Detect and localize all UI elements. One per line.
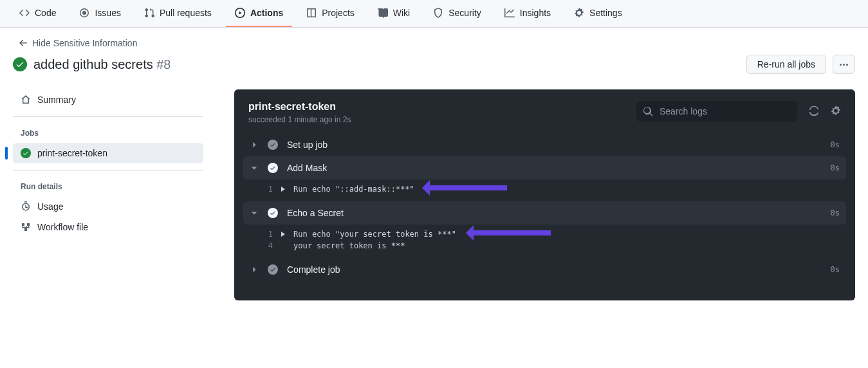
sidebar-job-print-secret-token[interactable]: print-secret-token (13, 143, 203, 163)
workflow-title-group: added github secrets #8 (13, 57, 171, 72)
nav-pulls[interactable]: Pull requests (135, 0, 221, 27)
insights-icon (504, 8, 515, 18)
kebab-icon (840, 64, 848, 66)
success-status-icon (13, 57, 27, 71)
step-set-up-job[interactable]: Set up job 0s (243, 133, 846, 156)
sidebar: Summary Jobs print-secret-token Run deta… (13, 89, 203, 300)
job-settings-button[interactable] (831, 106, 841, 118)
sidebar-summary-label: Summary (37, 95, 76, 105)
gear-icon (574, 8, 584, 18)
nav-wiki[interactable]: Wiki (369, 0, 419, 27)
page-title: added github secrets #8 (33, 57, 171, 72)
nav-code-label: Code (35, 8, 56, 18)
wiki-icon (378, 8, 388, 18)
step-duration: 0s (831, 265, 840, 274)
step-label: Echo a Secret (287, 208, 822, 218)
sidebar-summary[interactable]: Summary (13, 89, 203, 110)
log-line: 1 Run echo "::add-mask::***" (250, 183, 840, 195)
divider (13, 170, 203, 170)
more-options-button[interactable] (833, 55, 855, 74)
chevron-down-icon (250, 163, 259, 172)
security-icon (433, 8, 443, 18)
workflow-title: added github secrets (33, 57, 153, 71)
log-block-echo-a-secret: 1 Run echo "your secret token is ***" 4 … (243, 225, 846, 258)
workflow-run-number: #8 (156, 57, 171, 71)
chevron-right-icon (250, 265, 259, 274)
sidebar-usage-label: Usage (37, 201, 63, 212)
home-icon (21, 95, 31, 105)
chevron-right-icon (250, 140, 259, 149)
divider (13, 116, 203, 117)
step-duration: 0s (831, 140, 840, 149)
search-logs-input[interactable] (636, 101, 797, 122)
issues-icon (79, 8, 89, 18)
nav-code[interactable]: Code (10, 0, 65, 27)
step-add-mask[interactable]: Add Mask 0s (243, 156, 846, 179)
step-duration: 0s (831, 208, 840, 217)
step-success-icon (268, 163, 278, 173)
caret-right-icon (281, 187, 286, 192)
step-label: Set up job (287, 140, 822, 150)
chevron-down-icon (250, 208, 259, 217)
gear-icon (831, 106, 841, 116)
nav-projects[interactable]: Projects (297, 0, 364, 27)
nav-actions-label: Actions (250, 8, 283, 18)
step-complete-job[interactable]: Complete job 0s (243, 258, 846, 281)
stopwatch-icon (21, 201, 31, 212)
job-panel-status: succeeded 1 minute ago in 2s (248, 115, 351, 124)
step-label: Complete job (287, 264, 822, 275)
sidebar-job-label: print-secret-token (37, 148, 107, 158)
nav-issues-label: Issues (95, 8, 120, 18)
nav-issues[interactable]: Issues (70, 0, 129, 27)
nav-actions[interactable]: Actions (226, 0, 292, 27)
annotation-arrow (474, 230, 551, 235)
repo-nav: Code Issues Pull requests Actions Projec… (0, 0, 868, 28)
nav-projects-label: Projects (322, 8, 355, 18)
nav-pulls-label: Pull requests (160, 8, 212, 18)
search-icon (643, 106, 653, 116)
log-line-number: 1 (260, 230, 273, 239)
rerun-job-button[interactable] (809, 106, 819, 118)
sidebar-workflow-file[interactable]: Workflow file (13, 217, 203, 237)
step-label: Add Mask (287, 163, 822, 173)
annotation-arrow (430, 185, 507, 190)
projects-icon (306, 8, 317, 18)
rerun-all-jobs-button[interactable]: Re-run all jobs (746, 55, 826, 74)
nav-security-label: Security (448, 8, 481, 18)
back-link-label: Hide Sensitive Information (32, 38, 137, 48)
nav-insights-label: Insights (520, 8, 551, 18)
sync-icon (809, 106, 819, 116)
arrow-left-icon (18, 38, 28, 48)
code-icon (19, 8, 30, 18)
log-line: 4 your secret token is *** (250, 240, 840, 252)
workflow-file-icon (21, 222, 31, 232)
job-log-panel: print-secret-token succeeded 1 minute ag… (234, 89, 855, 300)
job-panel-title: print-secret-token (248, 101, 351, 113)
caret-right-icon (281, 232, 286, 237)
nav-wiki-label: Wiki (393, 8, 410, 18)
nav-settings[interactable]: Settings (565, 0, 631, 27)
nav-settings-label: Settings (589, 8, 622, 18)
nav-insights[interactable]: Insights (495, 0, 560, 27)
log-block-add-mask: 1 Run echo "::add-mask::***" (243, 179, 846, 201)
log-text: Run echo "::add-mask::***" (293, 185, 414, 194)
run-details-heading: Run details (13, 177, 203, 196)
back-link[interactable]: Hide Sensitive Information (13, 38, 137, 48)
sidebar-workflow-file-label: Workflow file (37, 222, 88, 232)
actions-icon (235, 8, 245, 18)
log-line-number: 4 (260, 241, 273, 250)
nav-security[interactable]: Security (424, 0, 490, 27)
step-success-icon (268, 208, 278, 218)
step-success-icon (268, 140, 278, 150)
log-text: Run echo "your secret token is ***" (293, 230, 456, 239)
step-success-icon (268, 264, 278, 275)
job-success-icon (21, 148, 31, 158)
log-text: your secret token is *** (293, 241, 405, 250)
step-duration: 0s (831, 163, 840, 172)
step-echo-a-secret[interactable]: Echo a Secret 0s (243, 201, 846, 225)
sidebar-usage[interactable]: Usage (13, 196, 203, 217)
pulls-icon (144, 8, 154, 18)
log-line-number: 1 (260, 185, 273, 194)
jobs-heading: Jobs (13, 124, 203, 143)
